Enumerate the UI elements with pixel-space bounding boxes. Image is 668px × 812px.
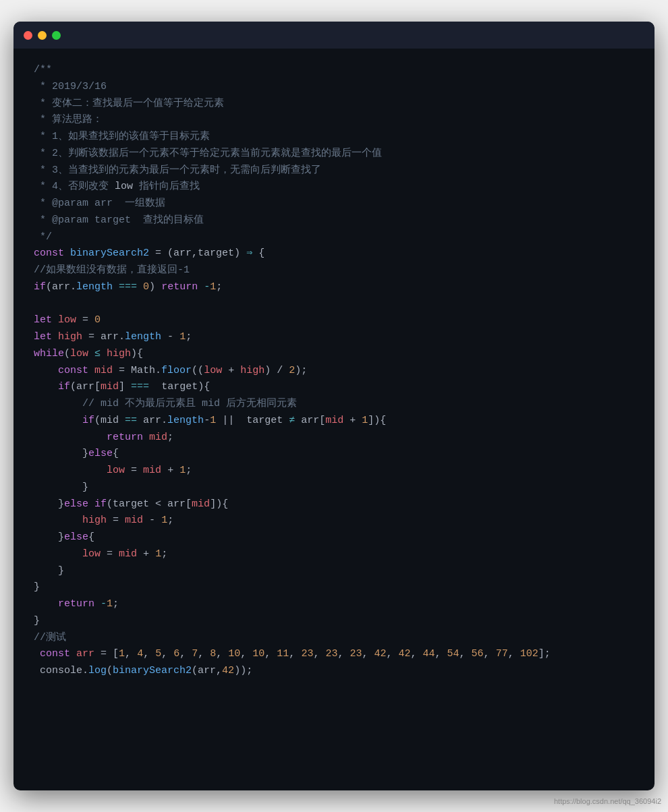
minimize-button[interactable]	[38, 31, 47, 40]
url-bar: https://blog.csdn.net/qq_36094i2	[554, 797, 661, 805]
code-window: /** * 2019/3/16 * 变体二：查找最后一个值等于给定元素 * 算法…	[13, 22, 655, 790]
maximize-button[interactable]	[52, 31, 61, 40]
titlebar	[13, 22, 655, 49]
code-content: /** * 2019/3/16 * 变体二：查找最后一个值等于给定元素 * 算法…	[13, 49, 655, 700]
close-button[interactable]	[24, 31, 32, 40]
